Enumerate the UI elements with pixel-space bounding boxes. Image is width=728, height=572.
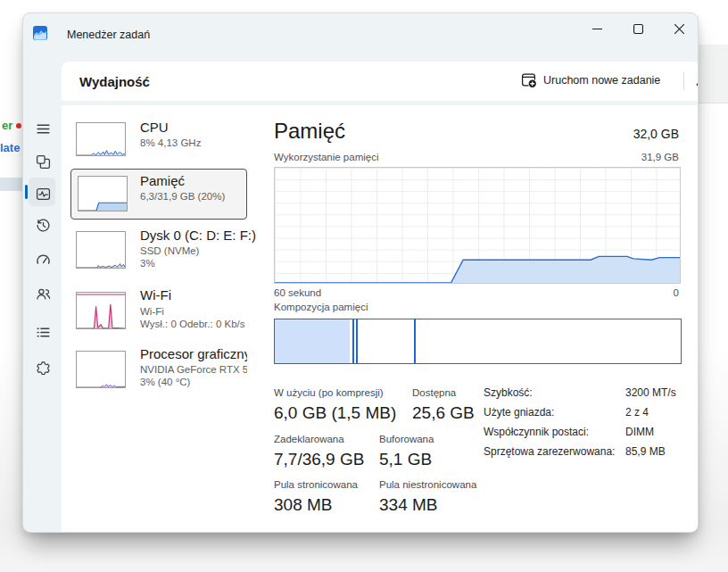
gpu-subtitle2: 3% (40 °C) — [140, 376, 190, 388]
stat-value: 308 MB — [274, 495, 332, 515]
window-title: Menedżer zadań — [67, 29, 150, 41]
detail-value: 3200 MT/s — [625, 386, 676, 399]
close-button[interactable] — [658, 14, 699, 43]
sidebar-item-processes[interactable] — [34, 153, 52, 170]
list-item-disk[interactable]: Dysk 0 (C: D: E: F:) SSD (NVMe) 3% — [70, 225, 247, 284]
performance-icon — [36, 187, 51, 202]
wifi-subtitle: Wi-Fi — [140, 305, 164, 318]
memory-subtitle: 6,3/31,9 GB (20%) — [140, 190, 225, 203]
stat-label: W użyciu (po kompresji) — [274, 387, 384, 398]
stat-value: 6,0 GB (1,5 MB) — [274, 403, 396, 423]
stat-label: Pula stronicowana — [274, 479, 358, 490]
composition-label: Kompozycja pamięci — [274, 302, 368, 312]
memory-composition-bar[interactable] — [274, 319, 682, 364]
hamburger-icon — [36, 121, 51, 137]
detail-value: 85,9 MB — [625, 445, 666, 458]
time-axis-right: 0 — [674, 287, 679, 298]
maximize-icon — [633, 24, 643, 34]
disk-title: Dysk 0 (C: D: E: F:) — [140, 228, 256, 243]
sidebar-item-details[interactable] — [34, 323, 52, 341]
processes-icon — [36, 154, 51, 170]
gauge-icon — [36, 253, 51, 268]
composition-divider — [414, 319, 416, 363]
task-manager-window: Menedżer zadań — [22, 12, 699, 533]
command-bar: Wydajność Uruchom nowe zadanie … — [62, 62, 699, 101]
detail-label: Sprzętowa zarezerwowana: — [484, 445, 615, 458]
ellipsis-icon: … — [695, 77, 699, 86]
background-band — [0, 178, 22, 191]
services-cog-icon — [36, 361, 51, 376]
list-item-gpu[interactable]: Procesor graficzny NVIDIA GeForce RTX 50… — [70, 344, 247, 403]
detail-label: Szybkość: — [484, 386, 533, 399]
detail-label: Użyte gniazda: — [484, 406, 554, 419]
usage-chart-max: 31,9 GB — [641, 152, 679, 162]
stat-label: Pula niestronicowana — [379, 479, 476, 490]
wifi-title: Wi-Fi — [140, 287, 171, 303]
stat-value: 5,1 GB — [379, 450, 432, 469]
maximize-button[interactable] — [617, 14, 658, 43]
sidebar-item-app-history[interactable] — [34, 216, 52, 234]
run-new-task-button[interactable]: Uruchom nowe zadanie — [512, 68, 669, 92]
background-text-fragment: late — [0, 141, 20, 154]
composition-divider — [356, 319, 358, 363]
composition-divider — [352, 319, 354, 363]
page-title: Wydajność — [79, 74, 150, 89]
stat-value: 25,6 GB — [412, 403, 475, 423]
wifi-subtitle2: Wysł.: 0 Odebr.: 0 Kb/s — [140, 318, 245, 330]
detail-value: 2 z 4 — [625, 406, 649, 419]
disk-subtitle: SSD (NVMe) — [140, 245, 199, 257]
stat-value: 334 MB — [379, 495, 437, 515]
sidebar-item-services[interactable] — [34, 359, 52, 377]
minimize-icon — [592, 24, 602, 34]
memory-total: 32,0 GB — [633, 127, 679, 141]
stat-value: 7,7/36,9 GB — [274, 450, 364, 469]
memory-panel-title: Pamięć — [274, 119, 345, 144]
gpu-sparkline — [76, 351, 126, 388]
app-icon — [33, 26, 47, 40]
composition-used-segment — [275, 319, 350, 363]
cpu-sparkline — [76, 122, 126, 156]
stat-label: Zadeklarowana — [274, 434, 344, 444]
new-task-icon — [521, 72, 536, 87]
gpu-subtitle: NVIDIA GeForce RTX 507 — [140, 363, 247, 376]
list-item-memory-selected[interactable]: Pamięć 6,3/31,9 GB (20%) — [70, 169, 247, 220]
sidebar-menu-button[interactable] — [34, 120, 52, 137]
background-band — [699, 45, 728, 104]
sidebar — [23, 54, 62, 533]
memory-usage-chart — [274, 167, 681, 284]
history-icon — [36, 218, 51, 233]
sidebar-selected-indicator — [25, 185, 28, 199]
detail-value: DIMM — [625, 426, 654, 438]
background-red-dot — [16, 123, 21, 128]
details-list-icon — [36, 325, 51, 340]
gpu-title: Procesor graficzny — [140, 346, 247, 361]
stat-label: Dostępna — [412, 387, 456, 398]
sidebar-item-startup-apps[interactable] — [34, 251, 52, 269]
cpu-subtitle: 8% 4,13 GHz — [140, 137, 201, 149]
run-new-task-label: Uruchom nowe zadanie — [543, 74, 660, 87]
memory-sparkline — [78, 176, 128, 211]
usage-chart-label: Wykorzystanie pamięci — [274, 152, 379, 162]
more-options-button[interactable]: … — [691, 69, 699, 94]
toolbar-divider — [683, 72, 684, 90]
minimize-button[interactable] — [576, 14, 617, 43]
detail-label: Współczynnik postaci: — [484, 426, 589, 438]
list-item-wifi[interactable]: Wi-Fi Wi-Fi Wysł.: 0 Odebr.: 0 Kb/s — [70, 286, 247, 344]
titlebar[interactable]: Menedżer zadań — [23, 13, 699, 54]
disk-subtitle2: 3% — [140, 257, 155, 269]
disk-sparkline — [76, 231, 126, 269]
close-icon — [674, 24, 684, 34]
users-icon — [36, 286, 51, 302]
stat-label: Buforowana — [379, 434, 434, 444]
sidebar-item-performance[interactable] — [34, 185, 52, 203]
sidebar-item-users[interactable] — [34, 285, 52, 303]
list-item-cpu[interactable]: CPU 8% 4,13 GHz — [70, 116, 247, 168]
cpu-title: CPU — [140, 120, 169, 135]
performance-list: CPU 8% 4,13 GHz Pamięć 6,3/31,9 GB (20%)… — [70, 116, 249, 419]
memory-title: Pamięć — [140, 173, 185, 188]
background-text-fragment: er — [2, 119, 12, 132]
wifi-sparkline — [76, 292, 126, 329]
time-axis-left: 60 sekund — [274, 287, 321, 298]
